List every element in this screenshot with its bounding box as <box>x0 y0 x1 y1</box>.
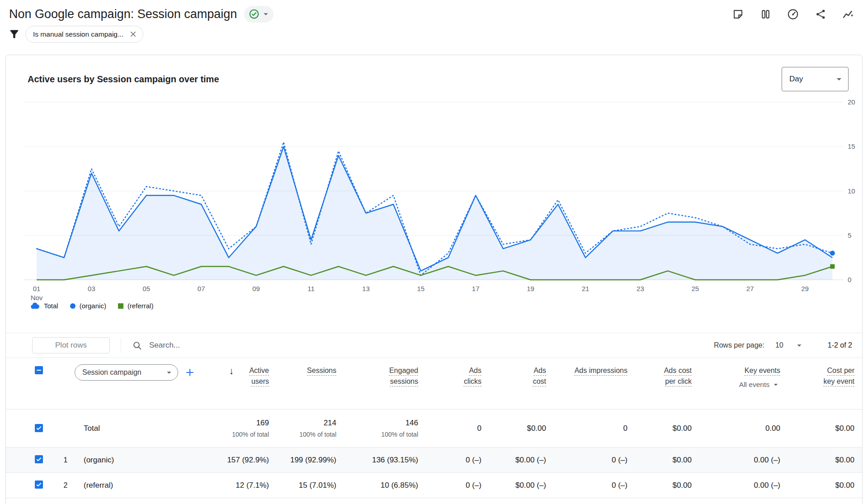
cloud-icon <box>30 302 40 309</box>
table-cell: 0 (–) <box>418 481 481 490</box>
table-cell: $0.00 (–) <box>481 456 546 465</box>
filter-funnel-icon[interactable] <box>8 28 20 40</box>
pagination-controls: Rows per page: 10 1-2 of 2 <box>714 340 852 350</box>
toolbar-divider <box>121 338 121 353</box>
svg-text:17: 17 <box>472 285 480 292</box>
column-header-cost-per-key-event[interactable]: Cost per key event <box>780 364 854 387</box>
select-all-checkbox[interactable] <box>35 366 43 374</box>
table-cell: $0.00 <box>627 481 692 490</box>
svg-text:05: 05 <box>142 285 150 292</box>
svg-text:15: 15 <box>848 142 855 150</box>
total-cell: 0 <box>418 424 481 433</box>
total-cell: $0.00 <box>627 424 692 433</box>
rows-per-page-value: 10 <box>775 341 783 349</box>
chevron-down-icon <box>261 9 271 19</box>
search-icon <box>132 340 142 351</box>
chevron-down-icon <box>164 367 174 377</box>
table-cell: $0.00 (–) <box>481 481 546 490</box>
plot-rows-button[interactable]: Plot rows <box>32 337 110 353</box>
gauge-icon[interactable] <box>787 8 799 20</box>
svg-text:15: 15 <box>417 285 425 292</box>
sort-descending-icon[interactable]: ↓ <box>229 365 234 387</box>
row-checkbox[interactable] <box>35 480 43 489</box>
column-header-ads-cost[interactable]: Ads cost <box>481 364 546 387</box>
chevron-down-icon <box>834 74 844 85</box>
table-header-row: Session campaign ↓ Active users Session <box>6 358 862 410</box>
data-table: Plot rows Rows per page: 10 <box>6 333 862 498</box>
notes-icon[interactable] <box>731 8 744 20</box>
search-input[interactable] <box>148 340 311 350</box>
table-cell: 0.00 (–) <box>692 481 780 490</box>
column-header-sessions[interactable]: Sessions <box>269 364 336 376</box>
table-cell: 0.00 (–) <box>692 456 780 465</box>
pagination-range: 1-2 of 2 <box>828 341 852 349</box>
table-search <box>132 340 311 351</box>
share-icon[interactable] <box>814 8 827 20</box>
svg-text:09: 09 <box>252 285 260 292</box>
header-checkbox-cell <box>6 364 57 374</box>
chevron-down-icon <box>794 340 804 350</box>
svg-text:13: 13 <box>362 285 370 292</box>
row-index: 2 <box>57 481 75 490</box>
svg-text:01: 01 <box>33 285 41 292</box>
header-actions <box>731 8 856 20</box>
row-checkbox[interactable] <box>35 424 43 432</box>
rows-per-page-label: Rows per page: <box>714 341 764 349</box>
legend-label: (referral) <box>127 302 154 310</box>
svg-text:0: 0 <box>848 276 851 283</box>
column-header-ads-clicks[interactable]: Ads clicks <box>418 364 481 387</box>
table-cell: 0 (–) <box>418 456 481 465</box>
chart-legend: Total (organic) (referral) <box>30 302 153 310</box>
granularity-value: Day <box>789 75 803 84</box>
row-index: 1 <box>57 456 75 464</box>
legend-item-total: Total <box>30 302 58 310</box>
total-cell: $0.00 <box>481 424 546 433</box>
report-status-badge[interactable] <box>244 6 274 23</box>
dimension-value: Session campaign <box>82 368 142 377</box>
svg-text:03: 03 <box>88 285 95 292</box>
series-square-icon <box>118 303 123 309</box>
comparisons-icon[interactable] <box>759 8 772 20</box>
table-cell: 0 (–) <box>546 456 627 465</box>
row-checkbox[interactable] <box>35 455 43 463</box>
svg-text:27: 27 <box>746 285 754 292</box>
dimension-select[interactable]: Session campaign <box>75 364 178 381</box>
table-row: 1 (organic) 157 (92.9%) 199 (92.99%) 136… <box>6 447 862 473</box>
filter-chip[interactable]: Is manual session campaig... <box>25 26 143 42</box>
table-cell: 12 (7.1%) <box>196 481 269 490</box>
dimension-cell: Session campaign <box>75 364 196 381</box>
check-circle-icon <box>248 8 260 20</box>
svg-text:29: 29 <box>801 285 809 292</box>
insights-icon[interactable] <box>842 8 854 20</box>
svg-text:07: 07 <box>198 285 205 292</box>
rows-per-page-select[interactable]: 10 <box>775 340 804 350</box>
svg-text:25: 25 <box>691 285 699 292</box>
filter-bar: Is manual session campaig... <box>8 26 143 42</box>
table-cell: $0.00 <box>627 456 692 465</box>
svg-text:23: 23 <box>637 285 644 292</box>
table-cell: $0.00 <box>780 456 854 465</box>
time-series-chart: 0510152001Nov030507091113151719212325272… <box>6 89 861 306</box>
table-cell: 0 (–) <box>546 481 627 490</box>
total-label: Total <box>75 424 196 433</box>
total-cell: 214 100% of total <box>269 419 336 438</box>
total-cell: $0.00 <box>780 424 854 433</box>
svg-text:5: 5 <box>848 231 851 239</box>
table-toolbar: Plot rows Rows per page: 10 <box>6 333 862 358</box>
legend-item-organic: (organic) <box>70 302 106 310</box>
granularity-select[interactable]: Day <box>782 67 849 91</box>
column-header-active-users[interactable]: ↓ Active users <box>196 364 269 387</box>
key-events-filter-select[interactable]: All events <box>739 380 780 389</box>
column-header-ads-cost-per-click[interactable]: Ads cost per click <box>627 364 692 387</box>
close-icon[interactable] <box>129 30 137 38</box>
series-dot-icon <box>70 303 75 309</box>
column-header-engaged-sessions[interactable]: Engaged sessions <box>336 364 418 387</box>
total-cell: 146 100% of total <box>336 419 418 438</box>
add-dimension-icon[interactable] <box>184 367 196 378</box>
column-header-key-events[interactable]: Key events All events <box>692 364 780 389</box>
column-header-ads-impressions[interactable]: Ads impressions <box>546 364 627 376</box>
total-cell: 0 <box>546 424 627 433</box>
table-row: 2 (referral) 12 (7.1%) 15 (7.01%) 10 (6.… <box>6 473 862 498</box>
svg-text:Nov: Nov <box>31 294 43 301</box>
table-cell: 15 (7.01%) <box>269 481 336 490</box>
